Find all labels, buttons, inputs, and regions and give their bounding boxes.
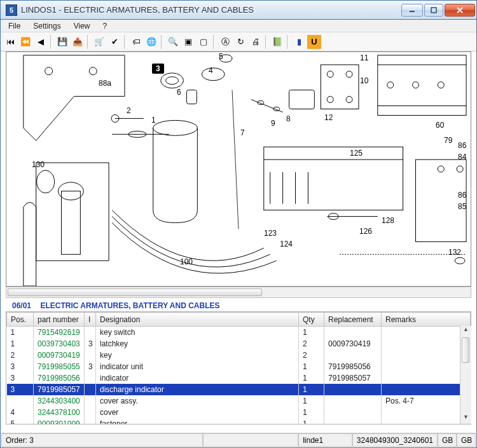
svg-rect-16	[289, 90, 315, 109]
cell-qty: 1	[299, 327, 324, 339]
menu-settings[interactable]: Settings	[28, 20, 66, 32]
cell-pos: 3	[7, 372, 34, 384]
callout-9: 9	[271, 119, 275, 128]
table-vscroll[interactable]: ▲▼	[460, 326, 471, 424]
svg-point-30	[37, 170, 55, 193]
status-lang1: GB	[438, 433, 457, 447]
maximize-button[interactable]	[424, 4, 443, 17]
tag-icon[interactable]: 🏷	[129, 35, 143, 49]
table-row[interactable]: 3244303400cover assy.1Pos. 4-7	[7, 395, 471, 407]
menu-help[interactable]: ?	[98, 20, 113, 32]
table-row[interactable]: 100397304033latchkey20009730419	[7, 338, 471, 350]
book-icon[interactable]: 📗	[270, 35, 284, 49]
th-pos[interactable]: Pos.	[7, 313, 34, 327]
cell-rem	[382, 350, 471, 361]
table-row[interactable]: 50009301009fastener1	[7, 418, 471, 424]
cell-pos: 5	[7, 418, 34, 424]
cell-rem	[382, 384, 471, 395]
check-icon[interactable]: ✔	[107, 35, 121, 49]
u-icon[interactable]: U	[307, 35, 321, 49]
cell-i: 3	[85, 338, 96, 350]
svg-point-6	[161, 73, 184, 88]
svg-point-25	[387, 82, 394, 88]
th-desig[interactable]: Designation	[96, 313, 299, 327]
callout-60: 60	[436, 121, 444, 130]
status-lang2: GB	[457, 433, 476, 447]
svg-point-7	[166, 77, 179, 85]
cart-icon[interactable]: 🛒	[92, 35, 106, 49]
svg-point-20	[327, 97, 333, 103]
separator	[287, 35, 289, 49]
prev-icon[interactable]: ◀	[34, 35, 48, 49]
callout-3[interactable]: 3	[152, 64, 164, 74]
cell-qty: 1	[299, 361, 324, 372]
parts-table: Pos. part number I Designation Qty Repla…	[6, 311, 471, 424]
globe-icon[interactable]: 🌐	[144, 35, 158, 49]
cell-rem	[382, 361, 471, 372]
th-qty[interactable]: Qty	[299, 313, 324, 327]
table-row[interactable]: 379199850553indicator unit17919985056	[7, 361, 471, 372]
menu-view[interactable]: View	[69, 20, 95, 32]
page-icon[interactable]: ▢	[197, 35, 211, 49]
cell-rem	[382, 338, 471, 350]
diagram-hscroll[interactable]	[6, 287, 471, 298]
svg-point-36	[457, 166, 463, 172]
table-row[interactable]: 20009730419key2	[7, 350, 471, 361]
first-icon[interactable]: ⏮	[3, 35, 17, 49]
save-icon[interactable]: 💾	[55, 35, 69, 49]
menu-file[interactable]: File	[3, 20, 25, 32]
callout-79: 79	[444, 136, 452, 145]
cell-pos: 1	[7, 327, 34, 339]
cell-pn: 3244378100	[34, 407, 85, 418]
th-i[interactable]: I	[85, 313, 96, 327]
cell-pos	[7, 395, 34, 407]
anchor-icon[interactable]: Ⓐ	[218, 35, 232, 49]
th-pn[interactable]: part number	[34, 313, 85, 327]
app-icon: 5	[6, 4, 17, 16]
zoom-in-icon[interactable]: 🔍	[166, 35, 180, 49]
callout-4: 4	[209, 66, 213, 75]
table-row[interactable]: 37919985057discharge indicator1	[7, 384, 471, 395]
refresh-icon[interactable]: ↻	[233, 35, 247, 49]
table-row[interactable]: 37919985056indicator17919985057	[7, 372, 471, 384]
svg-rect-34	[415, 160, 466, 241]
callout-130: 130	[32, 160, 45, 169]
svg-point-15	[273, 107, 280, 111]
callout-2: 2	[127, 106, 131, 115]
callout-6: 6	[177, 88, 181, 97]
minimize-button[interactable]	[401, 4, 423, 17]
window-title: LINDOS1 - ELECTRIC ARMATURES, BATTERY AN…	[21, 5, 400, 15]
cell-pos: 3	[7, 361, 34, 372]
print-icon[interactable]: 🖨	[249, 35, 263, 49]
svg-line-3	[457, 8, 462, 13]
cell-desig: key	[96, 350, 299, 361]
svg-point-12	[128, 131, 146, 137]
separator	[213, 35, 216, 49]
th-rem[interactable]: Remarks	[382, 313, 471, 327]
table-row[interactable]: 17915492619key switch1	[7, 327, 471, 339]
cell-i: 3	[85, 361, 96, 372]
titlebar: 5 LINDOS1 - ELECTRIC ARMATURES, BATTERY …	[1, 1, 476, 20]
callout-7: 7	[240, 128, 245, 137]
cell-i	[85, 407, 96, 418]
svg-point-11	[111, 114, 119, 122]
callout-126: 126	[359, 227, 372, 236]
rewind-icon[interactable]: ⏪	[18, 35, 32, 49]
separator	[161, 35, 163, 49]
cell-repl	[324, 327, 382, 339]
callout-128: 128	[382, 216, 394, 225]
callout-132: 132	[448, 248, 461, 257]
diagram-viewport[interactable]: 88a 3 4 5 6 2 1 130 7 8 9 10 11 12 60 79…	[6, 51, 471, 287]
flag-icon[interactable]: ▮	[292, 35, 306, 49]
cell-rem	[382, 327, 471, 339]
callout-125: 125	[350, 149, 363, 158]
close-button[interactable]	[445, 4, 475, 17]
svg-rect-17	[321, 65, 359, 109]
th-repl[interactable]: Replacement	[324, 313, 382, 327]
export-icon[interactable]: 📤	[71, 35, 85, 49]
table-row[interactable]: 43244378100cover1	[7, 407, 471, 418]
cell-i	[85, 372, 96, 384]
fit-icon[interactable]: ▣	[181, 35, 195, 49]
cell-desig: cover	[96, 407, 299, 418]
svg-rect-29	[62, 191, 81, 254]
